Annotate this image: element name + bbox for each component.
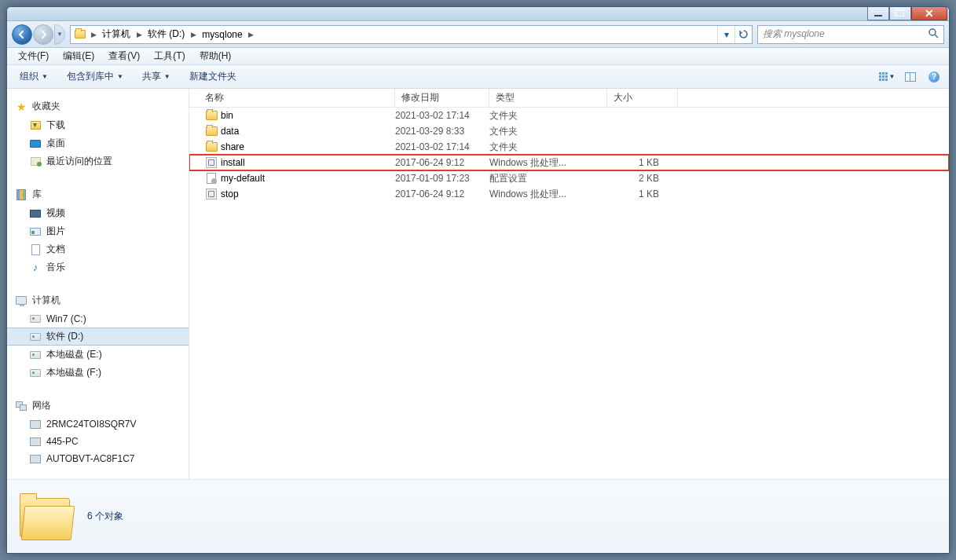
- file-name: my-default: [221, 173, 265, 184]
- chevron-right-icon[interactable]: ▶: [88, 26, 99, 43]
- file-date: 2017-06-24 9:12: [395, 157, 489, 168]
- maximize-button[interactable]: [889, 6, 911, 20]
- sidebar-netpc[interactable]: 2RMC24TOI8SQR7V: [7, 415, 189, 433]
- nav-pane[interactable]: ★收藏夹 下载 桌面 最近访问的位置 库 视频 图片 文档 ♪音乐 计算机 Wi…: [7, 89, 189, 479]
- file-row[interactable]: stop2017-06-24 9:12Windows 批处理...1 KB: [189, 186, 949, 202]
- sidebar-drive-c[interactable]: Win7 (C:): [7, 310, 189, 328]
- chevron-right-icon[interactable]: ▶: [134, 26, 145, 43]
- computer-icon: [15, 295, 27, 307]
- address-bar[interactable]: ▶ 计算机 ▶ 软件 (D:) ▶ mysqlone ▶ ▾: [70, 25, 753, 44]
- file-row[interactable]: data2021-03-29 8:33文件夹: [189, 123, 949, 139]
- search-icon[interactable]: [928, 27, 939, 41]
- sidebar-recent[interactable]: 最近访问的位置: [7, 152, 189, 170]
- sidebar-drive-e[interactable]: 本地磁盘 (E:): [7, 346, 189, 364]
- explorer-window: ✕ ▼ ▶ 计算机 ▶ 软件 (D:) ▶ mysqlone ▶ ▾: [6, 6, 950, 554]
- music-icon: ♪: [29, 262, 42, 274]
- sidebar-drive-d[interactable]: 软件 (D:): [7, 328, 189, 346]
- menu-tools[interactable]: 工具(T): [148, 48, 191, 64]
- file-type: Windows 批处理...: [489, 156, 607, 170]
- file-name: bin: [221, 110, 233, 121]
- preview-pane-button[interactable]: [902, 68, 919, 86]
- chevron-right-icon[interactable]: ▶: [188, 26, 199, 43]
- menu-edit[interactable]: 编辑(E): [57, 48, 101, 64]
- titlebar[interactable]: ✕: [7, 7, 949, 21]
- sidebar-music[interactable]: ♪音乐: [7, 258, 189, 276]
- sidebar-videos[interactable]: 视频: [7, 204, 189, 222]
- bat-icon: [205, 188, 218, 200]
- file-name: stop: [221, 188, 239, 199]
- sidebar-desktop[interactable]: 桌面: [7, 134, 189, 152]
- close-button[interactable]: ✕: [911, 6, 947, 20]
- star-icon: ★: [15, 101, 27, 113]
- search-placeholder: 搜索 mysqlone: [763, 27, 825, 41]
- sidebar-downloads[interactable]: 下载: [7, 116, 189, 134]
- rows[interactable]: bin2021-03-02 17:14文件夹data2021-03-29 8:3…: [189, 108, 949, 479]
- share-button[interactable]: 共享▼: [136, 68, 177, 86]
- file-type: 配置设置: [489, 172, 607, 185]
- file-name: install: [221, 157, 245, 168]
- newfolder-button[interactable]: 新建文件夹: [183, 68, 243, 86]
- recent-icon: [29, 156, 42, 168]
- breadcrumb-computer[interactable]: 计算机: [99, 27, 134, 41]
- sidebar-documents[interactable]: 文档: [7, 240, 189, 258]
- folder-icon: [205, 125, 218, 137]
- sidebar-network[interactable]: 网络: [7, 396, 189, 415]
- menu-help[interactable]: 帮助(H): [193, 48, 238, 64]
- help-icon: ?: [929, 71, 940, 82]
- toolbar: 组织▼ 包含到库中▼ 共享▼ 新建文件夹 ▼ ?: [7, 65, 949, 89]
- document-icon: [29, 243, 42, 256]
- folder-icon: [205, 109, 218, 122]
- file-row[interactable]: my-default2017-01-09 17:23配置设置2 KB: [189, 170, 949, 186]
- sidebar-netpc[interactable]: AUTOBVT-AC8F1C7: [7, 450, 189, 467]
- menu-file[interactable]: 文件(F): [12, 48, 55, 64]
- drive-icon: [29, 313, 42, 325]
- file-date: 2021-03-02 17:14: [395, 141, 489, 152]
- arrow-right-icon: [38, 30, 48, 39]
- file-row[interactable]: install2017-06-24 9:12Windows 批处理...1 KB: [189, 155, 949, 170]
- col-size[interactable]: 大小: [607, 89, 678, 107]
- file-date: 2021-03-29 8:33: [395, 126, 489, 137]
- search-input[interactable]: 搜索 mysqlone: [757, 25, 944, 44]
- video-icon: [29, 207, 42, 220]
- file-size: 1 KB: [607, 188, 678, 199]
- drive-icon: [29, 367, 42, 379]
- sidebar-netpc[interactable]: 445-PC: [7, 433, 189, 450]
- col-type[interactable]: 类型: [489, 89, 607, 107]
- menubar: 文件(F) 编辑(E) 查看(V) 工具(T) 帮助(H): [7, 48, 949, 65]
- back-button[interactable]: [12, 24, 32, 45]
- forward-button[interactable]: [33, 24, 53, 45]
- history-dropdown[interactable]: ▼: [54, 24, 65, 45]
- folder-icon: [205, 141, 218, 153]
- file-type: 文件夹: [489, 141, 607, 154]
- col-date[interactable]: 修改日期: [395, 89, 489, 107]
- file-size: 2 KB: [607, 173, 678, 184]
- minimize-button[interactable]: [867, 6, 889, 20]
- sidebar-libraries[interactable]: 库: [7, 185, 189, 204]
- view-button[interactable]: ▼: [878, 68, 896, 86]
- column-headers: 名称 修改日期 类型 大小: [189, 89, 949, 108]
- breadcrumb-drive[interactable]: 软件 (D:): [145, 27, 188, 41]
- drive-icon: [29, 349, 42, 361]
- file-row[interactable]: share2021-03-02 17:14文件夹: [189, 139, 949, 155]
- file-date: 2017-06-24 9:12: [395, 188, 489, 199]
- refresh-button[interactable]: [734, 26, 752, 43]
- sidebar-drive-f[interactable]: 本地磁盘 (F:): [7, 364, 189, 382]
- sidebar-favorites[interactable]: ★收藏夹: [7, 97, 189, 116]
- file-list: 名称 修改日期 类型 大小 bin2021-03-02 17:14文件夹data…: [189, 89, 949, 479]
- include-button[interactable]: 包含到库中▼: [60, 68, 130, 86]
- folder-icon: [74, 28, 86, 41]
- breadcrumb-folder[interactable]: mysqlone: [199, 29, 245, 40]
- sidebar-pictures[interactable]: 图片: [7, 222, 189, 240]
- organize-button[interactable]: 组织▼: [13, 68, 54, 86]
- file-type: Windows 批处理...: [489, 188, 607, 201]
- menu-view[interactable]: 查看(V): [102, 48, 146, 64]
- file-name: data: [221, 126, 239, 137]
- help-button[interactable]: ?: [925, 68, 943, 86]
- file-type: 文件夹: [489, 125, 607, 138]
- sidebar-computer[interactable]: 计算机: [7, 291, 189, 310]
- chevron-right-icon[interactable]: ▶: [246, 26, 257, 43]
- address-dropdown[interactable]: ▾: [717, 26, 734, 43]
- file-row[interactable]: bin2021-03-02 17:14文件夹: [189, 108, 949, 123]
- bat-icon: [205, 156, 218, 169]
- col-name[interactable]: 名称: [189, 89, 395, 107]
